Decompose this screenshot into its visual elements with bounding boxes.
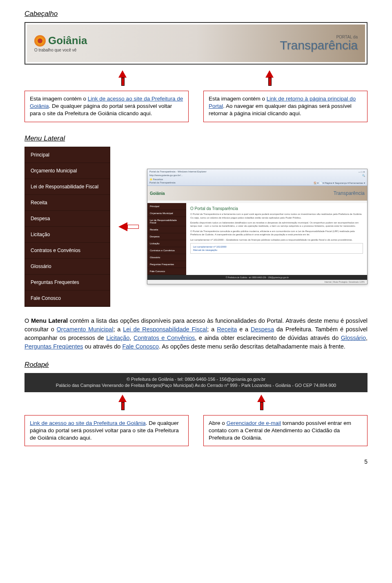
section-title-menu-lateral: Menu Lateral bbox=[24, 134, 368, 143]
sidemenu-item[interactable]: Perguntas Frequentes bbox=[25, 275, 110, 290]
link-receita[interactable]: Receita bbox=[217, 326, 237, 333]
sidemenu-item[interactable]: Contratos e Convênios bbox=[25, 243, 110, 259]
header-banner: Goiânia O trabalho que você vê PORTAL da… bbox=[24, 22, 368, 65]
portal-screenshot-thumbnail: Portal da Transparência - Windows Intern… bbox=[147, 169, 368, 284]
goiania-logo-icon bbox=[34, 35, 46, 47]
arrow-up-icon bbox=[118, 70, 127, 78]
sidemenu-item[interactable]: Fale Conosco bbox=[25, 290, 110, 306]
arrow-up-icon bbox=[257, 395, 265, 402]
footer-bar: © Prefeitura de Goiânia - tel: 0800-6460… bbox=[24, 373, 368, 392]
section-title-rodape: Rodapé bbox=[24, 361, 368, 369]
sidemenu-item[interactable]: Receita bbox=[25, 195, 110, 211]
link-orcamento[interactable]: Orçamento Municipal bbox=[57, 326, 114, 333]
sidemenu-item[interactable]: Despesa bbox=[25, 211, 110, 227]
sidemenu-item[interactable]: Orçamento Municipal bbox=[25, 163, 110, 179]
arrow-left-icon bbox=[118, 222, 139, 231]
sidemenu-item[interactable]: Principal bbox=[25, 147, 110, 163]
link-despesa[interactable]: Despesa bbox=[251, 326, 274, 333]
sidemenu-item[interactable]: Glossário bbox=[25, 259, 110, 275]
sidemenu-item[interactable]: Licitação bbox=[25, 227, 110, 243]
link-fale-conosco[interactable]: Fale Conosco bbox=[122, 343, 158, 350]
link-perguntas[interactable]: Perguntas Freqüentes bbox=[24, 343, 83, 350]
link-lrf[interactable]: Lei de Responsabilidade Fiscal bbox=[123, 326, 207, 333]
description-box-footer-link: Link de acesso ao site da Prefeitura de … bbox=[24, 415, 189, 447]
description-box-email: Abre o Gerenciador de e-mail tornando po… bbox=[203, 415, 368, 447]
link-glossario[interactable]: Glossário bbox=[341, 335, 366, 341]
menu-lateral-description: O Menu Lateral contém a lista das opções… bbox=[24, 317, 368, 351]
logo-subtitle: O trabalho que você vê bbox=[34, 48, 87, 52]
sidemenu-item[interactable]: Lei de Responsabilidade Fiscal bbox=[25, 179, 110, 195]
link-email-manager[interactable]: Gerenciador de e-mail bbox=[227, 420, 281, 426]
page-number: 5 bbox=[24, 458, 368, 465]
link-licitacao[interactable]: Licitação bbox=[106, 335, 129, 341]
description-box-logo-link: Esta imagem contém o Link de acesso ao s… bbox=[24, 91, 189, 122]
transparencia-title: Transparência bbox=[280, 38, 358, 52]
section-title-cabecalho: Cabeçalho bbox=[24, 10, 368, 18]
link-prefeitura-footer[interactable]: Link de acesso ao site da Prefeitura de … bbox=[30, 420, 146, 426]
logo-text: Goiânia bbox=[48, 34, 87, 47]
side-menu: Principal Orçamento Municipal Lei de Res… bbox=[24, 147, 110, 307]
arrow-up-icon bbox=[265, 70, 274, 78]
link-contratos[interactable]: Contratos e Convênios bbox=[134, 335, 195, 341]
description-box-portal-link: Esta imagem contém o Link de retorno à p… bbox=[203, 91, 368, 122]
arrow-up-icon bbox=[118, 395, 127, 402]
